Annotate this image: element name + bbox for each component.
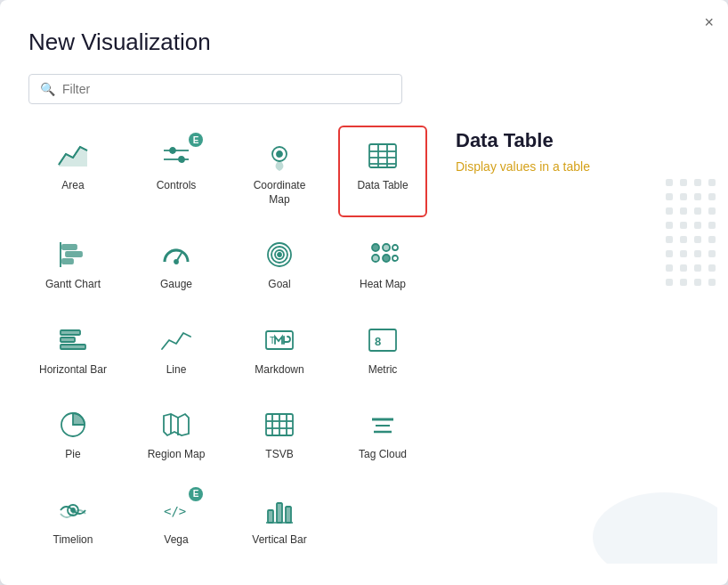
- area-icon: [55, 138, 91, 174]
- viz-label-vega: Vega: [164, 533, 188, 548]
- viz-label-horizontal-bar: Horizontal Bar: [39, 363, 107, 378]
- svg-point-65: [593, 492, 717, 564]
- svg-point-32: [392, 256, 398, 261]
- right-panel: Data Table Display values in a table: [420, 126, 700, 564]
- search-icon: 🔍: [40, 82, 55, 96]
- svg-point-31: [392, 245, 398, 250]
- horizontal-bar-icon: [55, 322, 91, 358]
- viz-grid: Area E Controls: [28, 126, 420, 558]
- viz-item-data-table[interactable]: Data Table: [338, 126, 427, 217]
- line-icon: [158, 322, 194, 358]
- tag-cloud-icon: [365, 407, 400, 443]
- coordinate-map-icon: [262, 138, 297, 174]
- viz-label-tsvb: TSVB: [265, 448, 293, 462]
- viz-item-area[interactable]: Area: [28, 126, 117, 217]
- svg-text:8: 8: [375, 335, 381, 348]
- viz-label-gauge: Gauge: [160, 278, 192, 292]
- viz-item-markdown[interactable]: T Markdown: [235, 310, 324, 388]
- viz-label-coordinate-map: Coordinate Map: [244, 179, 315, 207]
- viz-label-markdown: Markdown: [255, 363, 303, 378]
- metric-icon: 8: [365, 322, 400, 358]
- viz-item-metric[interactable]: 8 Metric: [338, 310, 427, 388]
- vertical-bar-icon: [262, 492, 297, 528]
- viz-label-tag-cloud: Tag Cloud: [359, 448, 407, 462]
- viz-label-region-map: Region Map: [148, 448, 206, 462]
- modal: × New Visualization 🔍 Area: [0, 0, 728, 585]
- svg-text:</>: </>: [164, 504, 186, 518]
- tsvb-icon: [262, 407, 297, 443]
- markdown-icon: T: [262, 322, 297, 358]
- viz-label-gantt-chart: Gantt Chart: [45, 278, 101, 292]
- heat-map-icon: [365, 237, 400, 272]
- svg-point-4: [179, 157, 184, 162]
- gantt-chart-icon: [55, 237, 91, 272]
- viz-item-coordinate-map[interactable]: Coordinate Map: [235, 126, 324, 217]
- filter-row: 🔍: [28, 74, 700, 104]
- svg-point-6: [277, 151, 282, 157]
- controls-icon: [158, 138, 194, 174]
- svg-rect-14: [62, 245, 77, 249]
- viz-item-horizontal-bar[interactable]: Horizontal Bar: [28, 310, 117, 388]
- viz-item-gantt-chart[interactable]: Gantt Chart: [28, 224, 117, 303]
- viz-label-goal: Goal: [268, 278, 290, 292]
- close-button[interactable]: ×: [704, 14, 714, 30]
- data-table-icon: [365, 138, 400, 174]
- viz-label-controls: Controls: [157, 179, 197, 193]
- viz-item-heat-map[interactable]: Heat Map: [338, 224, 427, 303]
- svg-point-2: [170, 148, 175, 153]
- badge-e-controls: E: [189, 133, 203, 147]
- viz-item-line[interactable]: Line: [132, 310, 221, 388]
- filter-input-wrap: 🔍: [28, 74, 402, 104]
- viz-item-tag-cloud[interactable]: Tag Cloud: [338, 394, 427, 473]
- viz-label-area: Area: [61, 179, 84, 193]
- goal-icon: [262, 237, 297, 272]
- viz-item-vertical-bar[interactable]: Vertical Bar: [235, 480, 324, 558]
- svg-rect-41: [369, 329, 396, 351]
- viz-item-vega[interactable]: E </> Vega: [132, 480, 221, 558]
- svg-point-18: [174, 260, 178, 264]
- viz-label-line: Line: [166, 363, 187, 378]
- viz-item-region-map[interactable]: Region Map: [132, 394, 221, 473]
- viz-item-controls[interactable]: E Controls: [132, 126, 221, 217]
- viz-label-metric: Metric: [368, 363, 398, 378]
- left-panel: Area E Controls: [28, 126, 420, 564]
- wave-decoration: [575, 457, 717, 564]
- right-panel-title: Data Table: [456, 129, 700, 152]
- viz-item-pie[interactable]: Pie: [28, 394, 117, 473]
- viz-item-timelion[interactable]: Timelion: [28, 480, 117, 558]
- vega-icon: </>: [158, 492, 194, 528]
- modal-title: New Visualization: [28, 28, 700, 56]
- viz-label-data-table: Data Table: [357, 179, 408, 193]
- viz-label-timelion: Timelion: [53, 533, 93, 548]
- pie-icon: [55, 407, 91, 443]
- viz-item-goal[interactable]: Goal: [235, 224, 324, 303]
- svg-point-22: [278, 253, 281, 256]
- gauge-icon: [158, 237, 194, 272]
- right-panel-description: Display values in a table: [456, 159, 700, 174]
- content-area: Area E Controls: [28, 126, 700, 564]
- timelion-icon: [55, 492, 91, 528]
- svg-rect-15: [66, 252, 82, 256]
- viz-label-heat-map: Heat Map: [360, 278, 406, 292]
- region-map-icon: [158, 407, 194, 443]
- dots-decoration: [666, 179, 717, 288]
- svg-rect-16: [62, 259, 73, 264]
- viz-label-vertical-bar: Vertical Bar: [252, 533, 306, 548]
- search-input[interactable]: [62, 82, 391, 96]
- badge-e-vega: E: [189, 487, 203, 501]
- viz-item-tsvb[interactable]: TSVB: [235, 394, 324, 473]
- viz-item-gauge[interactable]: Gauge: [132, 224, 221, 303]
- viz-label-pie: Pie: [65, 448, 80, 462]
